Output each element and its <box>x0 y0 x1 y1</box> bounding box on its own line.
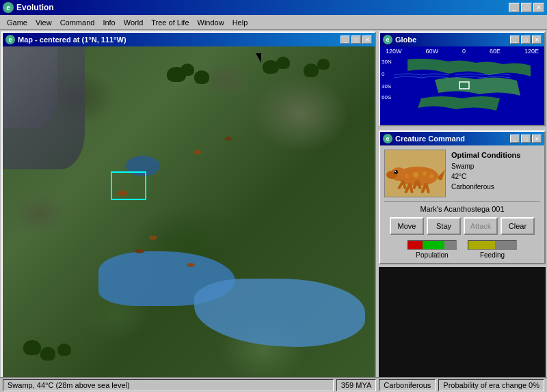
lat-30s: 30S <box>382 83 391 89</box>
bars-row: Population Feeding <box>384 240 540 259</box>
svg-point-5 <box>225 137 232 141</box>
map-close-btn[interactable]: ✕ <box>362 36 372 44</box>
svg-point-3 <box>187 263 195 267</box>
creature-icon: e <box>383 134 392 143</box>
globe-min-btn[interactable]: _ <box>510 36 520 44</box>
lat-60s: 60S <box>382 94 391 100</box>
lon-60w: 60W <box>425 48 438 55</box>
globe-map[interactable]: 120W 60W 0 60E 120E 30N 0 30S 60S <box>380 46 544 125</box>
globe-icon: e <box>383 35 392 44</box>
feeding-label: Feeding <box>480 251 505 259</box>
svg-point-15 <box>423 171 427 176</box>
svg-point-1 <box>149 236 157 240</box>
svg-point-16 <box>405 174 409 178</box>
cursor <box>256 53 261 63</box>
lon-120w: 120W <box>386 48 402 55</box>
creature-stats: Optimal Conditions Swamp 42°C Carbonifer… <box>451 150 540 197</box>
status-mya: 359 MYA <box>336 379 376 391</box>
creature-name: Mark's Acanthostega 001 <box>384 201 540 213</box>
optimal-temp: 42°C <box>451 171 540 182</box>
svg-point-4 <box>194 150 202 154</box>
map-title: Map - centered at (1°N, 111°W) <box>18 36 338 44</box>
status-era: Carboniferous <box>379 379 436 391</box>
lon-60e: 60E <box>490 48 501 55</box>
svg-point-12 <box>394 170 398 174</box>
status-terrain: Swamp, 44°C (28m above sea level) <box>3 379 334 391</box>
optimal-conditions-title: Optimal Conditions <box>451 150 540 161</box>
creature-controls: _ □ ✕ <box>510 135 542 143</box>
title-bar-controls: _ □ ✕ <box>509 3 544 12</box>
title-bar: e Evolution _ □ ✕ <box>0 0 547 15</box>
clear-button[interactable]: Clear <box>501 217 535 235</box>
menu-bar: Game View Command Info World Tree of Lif… <box>0 15 547 30</box>
minimize-button[interactable]: _ <box>509 3 520 12</box>
creature-min-btn[interactable]: _ <box>510 135 520 143</box>
optimal-period: Carboniferous <box>451 182 540 192</box>
map-window-icon: e <box>5 35 15 44</box>
maximize-button[interactable]: □ <box>521 3 532 12</box>
menu-info[interactable]: Info <box>98 17 119 28</box>
svg-point-14 <box>413 172 418 178</box>
optimal-biome: Swamp <box>451 161 540 171</box>
attack-button[interactable]: Attack <box>464 217 498 235</box>
menu-game[interactable]: Game <box>3 17 31 28</box>
menu-view[interactable]: View <box>31 17 56 28</box>
lon-0: 0 <box>462 48 466 55</box>
move-button[interactable]: Move <box>390 217 424 235</box>
population-bar-fill2 <box>423 241 444 249</box>
creature-info-row: Optimal Conditions Swamp 42°C Carbonifer… <box>384 150 540 197</box>
globe-window: e Globe _ □ ✕ 120W 60W 0 60E 120E 30 <box>379 31 546 126</box>
app-icon: e <box>3 2 14 13</box>
right-panels: e Globe _ □ ✕ 120W 60W 0 60E 120E 30 <box>379 31 546 390</box>
lon-120e: 120E <box>524 48 539 55</box>
selection-box <box>111 171 146 200</box>
globe-title: Globe <box>395 36 507 44</box>
svg-point-2 <box>135 249 144 253</box>
feeding-bar <box>468 240 517 250</box>
menu-world[interactable]: World <box>120 17 148 28</box>
lat-0: 0 <box>382 71 384 77</box>
menu-window[interactable]: Window <box>194 17 228 28</box>
app-title: Evolution <box>16 3 506 12</box>
menu-help[interactable]: Help <box>228 17 252 28</box>
creature-content-area: Optimal Conditions Swamp 42°C Carbonifer… <box>380 145 544 263</box>
map-window: e Map - centered at (1°N, 111°W) _ □ ✕ <box>1 31 376 384</box>
creatures-layer <box>3 46 375 382</box>
creature-title: Creature Command <box>395 135 507 143</box>
lizard-svg <box>385 150 446 197</box>
content-area: e Map - centered at (1°N, 111°W) _ □ ✕ <box>0 30 547 390</box>
lon-labels: 120W 60W 0 60E 120E <box>386 48 539 55</box>
close-button[interactable]: ✕ <box>533 3 544 12</box>
creature-command-window: e Creature Command _ □ ✕ <box>379 130 546 264</box>
map-window-controls: _ □ ✕ <box>341 36 372 44</box>
map-title-bar: e Map - centered at (1°N, 111°W) _ □ ✕ <box>3 33 375 46</box>
status-bar: Swamp, 44°C (28m above sea level) 359 MY… <box>0 377 547 392</box>
creature-max-btn[interactable]: □ <box>521 135 531 143</box>
globe-controls: _ □ ✕ <box>510 36 542 44</box>
population-bar <box>408 240 457 250</box>
creature-image <box>384 150 446 197</box>
feeding-bar-fill <box>468 241 495 249</box>
stay-button[interactable]: Stay <box>427 217 461 235</box>
globe-svg-map <box>394 56 537 121</box>
globe-close-btn[interactable]: ✕ <box>532 36 542 44</box>
dark-area <box>379 267 546 390</box>
population-label: Population <box>416 251 448 259</box>
svg-point-13 <box>395 171 396 172</box>
svg-point-17 <box>429 174 433 178</box>
globe-max-btn[interactable]: □ <box>521 36 531 44</box>
population-bar-fill <box>408 241 423 249</box>
creature-close-btn[interactable]: ✕ <box>532 135 542 143</box>
map-minimize-btn[interactable]: _ <box>341 36 350 44</box>
creature-title-bar: e Creature Command _ □ ✕ <box>380 132 544 145</box>
command-buttons: Move Stay Attack Clear <box>384 217 540 235</box>
globe-title-bar: e Globe _ □ ✕ <box>380 33 544 46</box>
menu-command[interactable]: Command <box>56 17 99 28</box>
status-probability: Probability of era change 0% <box>438 379 544 391</box>
menu-treeoflife[interactable]: Tree of Life <box>147 17 193 28</box>
lat-30n: 30N <box>382 59 392 65</box>
feeding-bar-group: Feeding <box>468 240 517 259</box>
map-viewport[interactable] <box>3 46 375 382</box>
map-maximize-btn[interactable]: □ <box>351 36 361 44</box>
population-bar-group: Population <box>408 240 457 259</box>
